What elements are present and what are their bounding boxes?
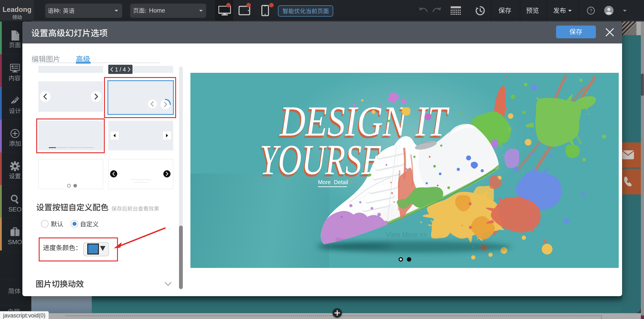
svg-text:?: ? (590, 8, 592, 14)
